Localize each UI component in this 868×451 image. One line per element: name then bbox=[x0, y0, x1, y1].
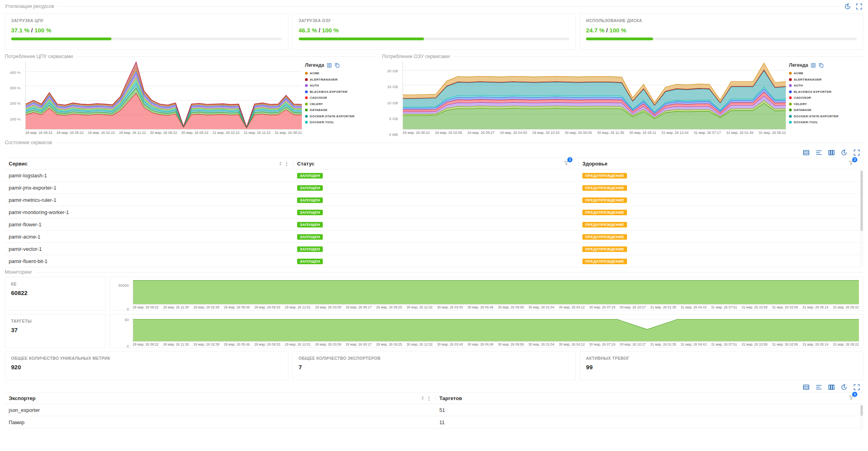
x-tick-label: 31 мар. 26 02:22 bbox=[213, 131, 240, 135]
column-label-targets: Таргетов bbox=[439, 395, 462, 401]
sort-control[interactable] bbox=[279, 162, 282, 165]
ram-legend-list: ACMEALERTMANAGERAUTHBLACKBOX-EXPORTERCAD… bbox=[789, 71, 855, 125]
section-resources-divider: Утилизация ресурсов bbox=[5, 4, 840, 9]
legend-item[interactable]: AUTH bbox=[305, 83, 371, 88]
cpu-plot[interactable] bbox=[25, 62, 302, 130]
columns-icon[interactable] bbox=[828, 384, 835, 391]
fullscreen-icon[interactable] bbox=[853, 149, 860, 156]
usage-max-value: 100 % bbox=[322, 27, 339, 34]
table-row[interactable]: pamir-flower-1ЗАПУЩЕНПРЕДУПРЕЖДЕНИЕ bbox=[5, 218, 863, 231]
ke-value: 60822 bbox=[11, 289, 99, 296]
stat-card-title: ОБЩЕЕ КОЛИЧЕСТВО УНИКАЛЬНЫХ МЕТРИК bbox=[11, 356, 282, 361]
services-scrollbar[interactable] bbox=[860, 170, 863, 267]
cpu-chart-title: Потребление ЦПУ сервисами bbox=[5, 54, 73, 59]
align-icon[interactable] bbox=[815, 384, 822, 391]
legend-item[interactable]: ALERTMANAGER bbox=[305, 77, 371, 83]
legend-item[interactable]: DATABASE bbox=[789, 107, 855, 113]
refresh-icon[interactable] bbox=[844, 3, 851, 10]
legend-item[interactable]: ACME bbox=[789, 71, 855, 76]
legend-item[interactable]: DOCKER-STATE-EXPORTER bbox=[305, 114, 371, 119]
fullscreen-icon[interactable] bbox=[853, 384, 860, 391]
service-name-cell: pamir-vector-1 bbox=[5, 246, 293, 252]
x-tick-label: 31 мар. 26 10:59 bbox=[742, 342, 768, 346]
legend-item[interactable]: DOCKER-STATE-EXPORTER bbox=[789, 114, 855, 119]
x-tick-label: 30 мар. 26 06:11 bbox=[629, 131, 656, 135]
y-tick-label: 10 GB bbox=[387, 101, 398, 105]
history-icon[interactable] bbox=[841, 149, 847, 156]
table-row[interactable]: Памир11 bbox=[5, 416, 863, 428]
cpu-legend-list: ACMEALERTMANAGERAUTHBLACKBOX-EXPORTERCAD… bbox=[305, 71, 371, 125]
service-status-cell: ЗАПУЩЕН bbox=[293, 197, 578, 203]
section-resources-title: Утилизация ресурсов bbox=[5, 4, 54, 9]
row-height-icon[interactable] bbox=[803, 149, 810, 156]
ke-panel: КЕ 60822 500000 28 мар. 26 08:2228 мар. … bbox=[5, 277, 863, 311]
legend-select-icon[interactable] bbox=[811, 63, 816, 68]
usage-max-value: 100 % bbox=[34, 27, 51, 34]
scrollbar-thumb[interactable] bbox=[860, 405, 863, 416]
service-name-cell: pamir-fluent-bit-1 bbox=[5, 258, 293, 264]
x-tick-label: 31 мар. 26 01:35 bbox=[650, 342, 676, 346]
legend-color-dot bbox=[789, 78, 792, 81]
usage-separator: / bbox=[604, 27, 610, 34]
row-height-icon[interactable] bbox=[803, 384, 810, 391]
legend-item[interactable]: AUTH bbox=[789, 83, 855, 88]
legend-select-icon[interactable] bbox=[327, 63, 332, 68]
legend-copy-icon[interactable] bbox=[335, 63, 340, 68]
column-menu-icon[interactable]: ⋮ bbox=[426, 396, 431, 401]
resource-card-value-line: 24.7 % / 100 % bbox=[586, 27, 857, 34]
table-row[interactable]: pamir-fluent-bit-1ЗАПУЩЕНПРЕДУПРЕЖДЕНИЕ bbox=[5, 255, 863, 267]
columns-icon[interactable] bbox=[828, 149, 835, 156]
resource-card-value-line: 46.3 % / 100 % bbox=[299, 27, 570, 34]
x-tick-label: 29 мар. 26 09:25 bbox=[376, 305, 402, 309]
status-filter-icon[interactable]: 1 bbox=[564, 160, 569, 167]
align-icon[interactable] bbox=[815, 149, 822, 156]
table-row[interactable]: pamir-vector-1ЗАПУЩЕНПРЕДУПРЕЖДЕНИЕ bbox=[5, 243, 863, 255]
table-row[interactable]: pamir-jmx-exporter-1ЗАПУЩЕНПРЕДУПРЕЖДЕНИ… bbox=[5, 182, 863, 194]
legend-copy-icon[interactable] bbox=[819, 63, 824, 68]
exporters-scrollbar[interactable] bbox=[860, 404, 863, 428]
x-tick-label: 29 мар. 26 02:38 bbox=[194, 342, 220, 346]
legend-item[interactable]: ALERTMANAGER bbox=[789, 77, 855, 83]
legend-item[interactable]: CADVISOR bbox=[305, 95, 371, 101]
x-tick-label: 30 мар. 26 01:04 bbox=[528, 342, 554, 346]
cpu-xaxis: 28 мар. 26 08:2229 мар. 26 05:2229 мар. … bbox=[25, 130, 302, 135]
targets-plot[interactable] bbox=[133, 317, 859, 342]
legend-item[interactable]: ACME bbox=[305, 71, 371, 76]
ram-plot[interactable] bbox=[403, 62, 786, 130]
scrollbar-thumb[interactable] bbox=[860, 171, 863, 231]
page-actions bbox=[844, 3, 863, 10]
targets-value: 37 bbox=[11, 327, 99, 333]
ke-plot[interactable] bbox=[133, 280, 859, 304]
legend-item[interactable]: CELERY bbox=[305, 101, 371, 107]
legend-item[interactable]: DOCKER-TOOL bbox=[789, 120, 855, 125]
legend-item[interactable]: DATABASE bbox=[305, 107, 371, 113]
legend-item[interactable]: BLACKBOX-EXPORTER bbox=[305, 89, 371, 95]
history-icon[interactable] bbox=[841, 384, 847, 391]
x-tick-label: 29 мар. 26 02:22 bbox=[88, 131, 115, 135]
legend-item[interactable]: DOCKER-TOOL bbox=[305, 120, 371, 125]
targets-filter-icon[interactable]: 1 bbox=[849, 395, 854, 401]
x-tick-label: 31 мар. 26 05:14 bbox=[802, 342, 828, 346]
caret-up-icon bbox=[279, 162, 282, 163]
table-row[interactable]: pamir-metrics-ruler-1ЗАПУЩЕНПРЕДУПРЕЖДЕН… bbox=[5, 194, 863, 206]
exporters-toolbar bbox=[5, 382, 863, 392]
service-status-cell: ЗАПУЩЕН bbox=[293, 258, 578, 264]
legend-item[interactable]: CELERY bbox=[789, 101, 855, 107]
service-health-cell: ПРЕДУПРЕЖДЕНИЕ bbox=[578, 221, 863, 227]
sort-control[interactable] bbox=[422, 396, 424, 400]
legend-item-label: AUTH bbox=[310, 84, 319, 87]
health-filter-icon[interactable]: 2 bbox=[849, 160, 854, 167]
table-row[interactable]: pamir-monitoring-worker-1ЗАПУЩЕНПРЕДУПРЕ… bbox=[5, 206, 863, 218]
column-menu-icon[interactable]: ⋮ bbox=[284, 161, 289, 166]
legend-item[interactable]: CADVISOR bbox=[789, 95, 855, 101]
x-tick-label: 31 мар. 26 11:22 bbox=[244, 131, 271, 135]
fullscreen-icon[interactable] bbox=[856, 3, 862, 10]
x-tick-label: 28 мар. 26 11:30 bbox=[163, 342, 189, 346]
table-row[interactable]: pamir-acme-1ЗАПУЩЕНПРЕДУПРЕЖДЕНИЕ bbox=[5, 231, 863, 243]
table-row[interactable]: pamir-logstash-1ЗАПУЩЕНПРЕДУПРЕЖДЕНИЕ bbox=[5, 169, 863, 182]
x-tick-label: 31 мар. 26 01:49 bbox=[726, 131, 753, 135]
table-row[interactable]: json_exporter51 bbox=[5, 404, 863, 416]
legend-item-label: CADVISOR bbox=[310, 96, 327, 100]
legend-item[interactable]: BLACKBOX-EXPORTER bbox=[789, 89, 855, 95]
service-health-cell: ПРЕДУПРЕЖДЕНИЕ bbox=[578, 233, 863, 240]
